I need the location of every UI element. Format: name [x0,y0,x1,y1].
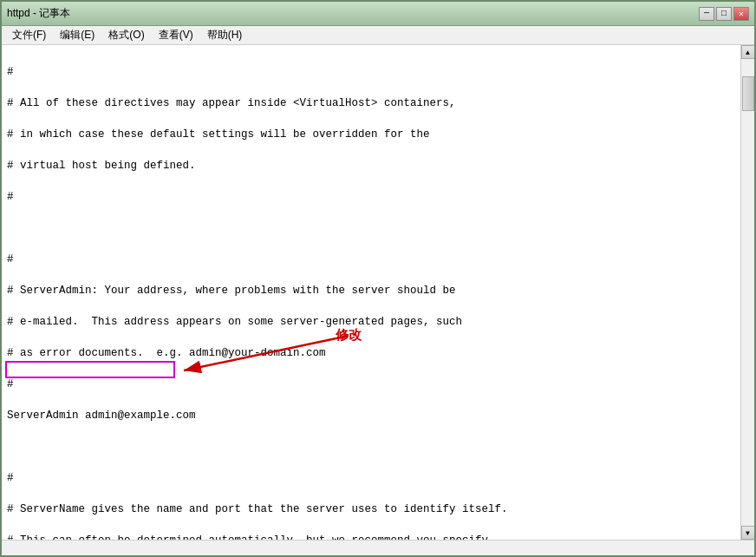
minimize-button[interactable]: ─ [699,7,714,21]
line-4: # virtual host being defined. [7,158,735,174]
line-10: # as error documents. e.g. admin@your-do… [7,345,735,361]
menu-bar: 文件(F) 编辑(E) 格式(O) 查看(V) 帮助(H) [2,26,754,45]
close-button[interactable]: ✕ [733,7,749,21]
scrollbar[interactable]: ▲ ▼ [740,45,754,540]
line-11: # [7,377,735,392]
scroll-thumb[interactable] [742,76,754,111]
line-3: # in which case these default settings w… [7,127,735,142]
maximize-button[interactable]: □ [716,7,732,21]
menu-file[interactable]: 文件(F) [5,26,53,44]
title-buttons: ─ □ ✕ [699,7,749,21]
editor-content[interactable]: # # All of these directives may appear i… [2,45,740,540]
scroll-down-arrow[interactable]: ▼ [741,526,755,540]
menu-format[interactable]: 格式(O) [101,26,151,44]
line-5: # [7,189,735,205]
editor-container: # # All of these directives may appear i… [2,45,754,540]
line-14: # [7,470,735,486]
line-6 [7,220,735,236]
title-bar: httpd - 记事本 ─ □ ✕ [2,2,754,26]
main-window: httpd - 记事本 ─ □ ✕ 文件(F) 编辑(E) 格式(O) 查看(V… [0,0,756,557]
menu-help[interactable]: 帮助(H) [200,26,250,44]
line-1: # [7,64,735,80]
annotation-label-修改: 修改 [336,327,362,344]
line-16: # This can often be determined automatic… [7,533,735,540]
scroll-track[interactable] [741,59,754,526]
scroll-up-arrow[interactable]: ▲ [741,45,755,59]
window-title: httpd - 记事本 [7,6,70,21]
status-bar [2,540,754,555]
line-9: # e-mailed. This address appears on some… [7,314,735,330]
line-13 [7,439,735,455]
menu-view[interactable]: 查看(V) [152,26,200,44]
text-content: # # All of these directives may appear i… [7,49,735,540]
line-15: # ServerName gives the name and port tha… [7,501,735,517]
line-2: # All of these directives may appear ins… [7,95,735,111]
line-8: # ServerAdmin: Your address, where probl… [7,283,735,298]
line-12: ServerAdmin admin@example.com [7,408,735,423]
menu-edit[interactable]: 编辑(E) [53,26,101,44]
line-7: # [7,252,735,267]
